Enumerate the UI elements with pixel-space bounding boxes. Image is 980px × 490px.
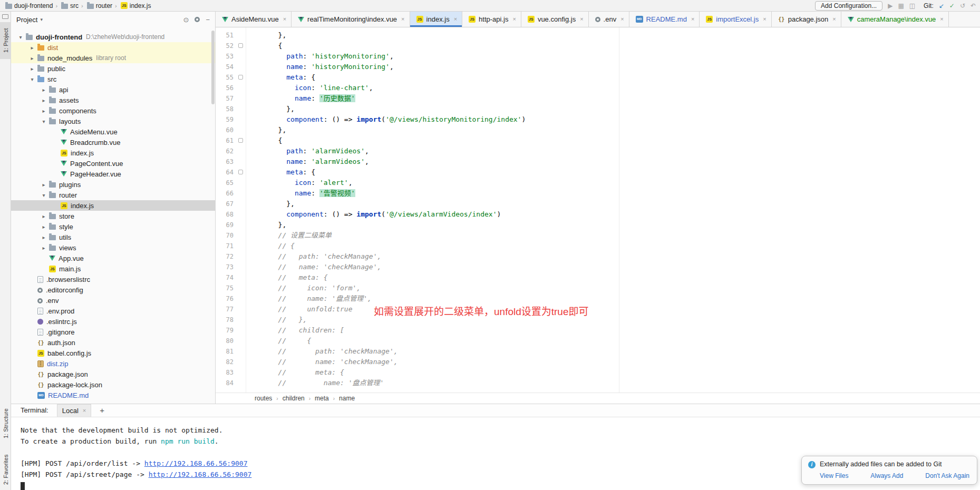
- code-text[interactable]: name: 'alarmVideos',: [245, 156, 369, 167]
- expander-icon[interactable]: ▸: [40, 224, 48, 230]
- close-icon[interactable]: ×: [940, 16, 943, 22]
- close-icon[interactable]: ×: [283, 16, 286, 22]
- line-number[interactable]: 54: [216, 63, 237, 71]
- expander-icon[interactable]: ▸: [40, 234, 48, 240]
- code-text[interactable]: // meta: {: [245, 367, 344, 378]
- terminal-link[interactable]: http://192.168.66.56:9007: [144, 459, 248, 467]
- history-icon[interactable]: ↺: [960, 3, 965, 9]
- code-text[interactable]: icon: 'line-chart',: [245, 83, 373, 93]
- line-number[interactable]: 57: [216, 95, 237, 102]
- breadcrumb-item[interactable]: routes: [255, 395, 272, 402]
- editor-tab[interactable]: importExcel.js×: [700, 12, 771, 27]
- line-number[interactable]: 63: [216, 158, 237, 165]
- tree-item[interactable]: Breadcrumb.vue: [11, 137, 215, 148]
- editor-tab[interactable]: index.js×: [410, 12, 463, 27]
- line-number[interactable]: 51: [216, 32, 237, 39]
- search-everywhere-icon[interactable]: ◫: [909, 3, 915, 9]
- expander-icon[interactable]: ▾: [40, 192, 48, 198]
- expander-icon[interactable]: ▾: [16, 34, 25, 40]
- expander-icon[interactable]: ▸: [28, 45, 36, 51]
- code-text[interactable]: icon: 'alert',: [245, 178, 353, 188]
- breadcrumb-item[interactable]: src: [60, 2, 79, 9]
- tree-item[interactable]: ▾duoji-frontendD:\zheheWeb\duoji-fronten…: [11, 32, 215, 42]
- tree-item[interactable]: ▾router: [11, 190, 215, 200]
- structure-tool-button[interactable]: 1: Structure: [0, 403, 11, 445]
- expander-icon[interactable]: ▾: [28, 76, 36, 82]
- line-number[interactable]: 69: [216, 221, 237, 229]
- tree-item[interactable]: .env: [11, 295, 215, 306]
- close-icon[interactable]: ×: [832, 16, 836, 22]
- project-scrollbar[interactable]: [211, 31, 215, 104]
- fold-marker[interactable]: [238, 75, 243, 80]
- git-commit-icon[interactable]: ✓: [949, 3, 955, 9]
- code-text[interactable]: },: [245, 199, 295, 209]
- code-text[interactable]: // unfold:true: [245, 304, 353, 315]
- tree-item[interactable]: .eslintrc.js: [11, 316, 215, 327]
- line-number[interactable]: 75: [216, 285, 237, 292]
- code-text[interactable]: // name: '盘点管理',: [245, 293, 372, 304]
- expander-icon[interactable]: ▸: [40, 182, 48, 188]
- tree-item[interactable]: dist.zip: [11, 358, 215, 369]
- new-terminal-button[interactable]: +: [100, 406, 104, 417]
- close-icon[interactable]: ×: [401, 16, 404, 22]
- tree-item[interactable]: PageContent.vue: [11, 158, 215, 169]
- code-text[interactable]: path: 'historyMonitoring',: [245, 51, 394, 62]
- tree-item[interactable]: ▸public: [11, 63, 215, 74]
- close-icon[interactable]: ×: [763, 16, 766, 22]
- tree-item[interactable]: .editorconfig: [11, 285, 215, 295]
- close-icon[interactable]: ×: [620, 16, 624, 22]
- tree-item[interactable]: ▸node_moduleslibrary root: [11, 53, 215, 63]
- code-text[interactable]: path: 'alarmVideos',: [245, 146, 369, 156]
- favorites-tool-button[interactable]: 2: Favorites: [0, 448, 11, 490]
- editor-tab[interactable]: cameraManage\index.vue×: [841, 12, 949, 27]
- terminal-tab-local[interactable]: Local ×: [57, 404, 92, 417]
- add-configuration-button[interactable]: Add Configuration...: [815, 1, 882, 11]
- close-icon[interactable]: ×: [580, 16, 583, 22]
- code-text[interactable]: // path: 'checkManage',: [245, 346, 398, 357]
- line-number[interactable]: 74: [216, 274, 237, 281]
- code-text[interactable]: name: 'historyMonitoring',: [245, 62, 394, 72]
- tree-item[interactable]: README.md: [11, 390, 215, 400]
- line-number[interactable]: 66: [216, 190, 237, 197]
- tree-item[interactable]: ▸plugins: [11, 179, 215, 190]
- close-icon[interactable]: ×: [512, 16, 516, 22]
- code-text[interactable]: // icon: 'form',: [245, 283, 361, 293]
- code-text[interactable]: },: [245, 30, 286, 41]
- code-text[interactable]: // 设置二级菜单: [245, 230, 332, 241]
- code-text[interactable]: },: [245, 125, 286, 135]
- tree-item[interactable]: ▸utils: [11, 232, 215, 242]
- code-text[interactable]: // meta: {: [245, 272, 328, 283]
- line-number[interactable]: 77: [216, 306, 237, 313]
- tree-item[interactable]: AsideMenu.vue: [11, 126, 215, 137]
- code-text[interactable]: name: '告警视频': [245, 188, 355, 199]
- expander-icon[interactable]: ▸: [40, 213, 48, 219]
- close-icon[interactable]: ×: [691, 16, 694, 22]
- code-text[interactable]: // {: [245, 241, 295, 251]
- breadcrumb-item[interactable]: router: [86, 2, 112, 9]
- line-number[interactable]: 59: [216, 116, 237, 123]
- tree-item[interactable]: ▾layouts: [11, 116, 215, 126]
- tree-item[interactable]: ▾src: [11, 74, 215, 84]
- fold-marker[interactable]: [238, 43, 243, 48]
- line-number[interactable]: 70: [216, 232, 237, 239]
- tree-item[interactable]: package-lock.json: [11, 379, 215, 390]
- tree-item[interactable]: ▸views: [11, 242, 215, 253]
- line-number[interactable]: 65: [216, 179, 237, 187]
- editor-tab[interactable]: realTimeMonitoring\index.vue×: [292, 12, 410, 27]
- close-icon[interactable]: ×: [83, 408, 86, 414]
- editor-tab[interactable]: package.json×: [772, 12, 841, 27]
- notification-action[interactable]: Don't Ask Again: [925, 472, 969, 479]
- tree-item[interactable]: ▸style: [11, 221, 215, 232]
- code-text[interactable]: name: '历史数据': [245, 93, 355, 104]
- tree-item[interactable]: index.js: [11, 148, 215, 158]
- notification-action[interactable]: View Files: [820, 472, 848, 479]
- line-number[interactable]: 81: [216, 348, 237, 355]
- tree-item[interactable]: App.vue: [11, 253, 215, 263]
- expander-icon[interactable]: ▸: [40, 97, 48, 103]
- line-number[interactable]: 56: [216, 84, 237, 92]
- code-text[interactable]: // name: 'checkManage',: [245, 357, 398, 367]
- close-icon[interactable]: ×: [454, 16, 457, 22]
- code-text[interactable]: // name: '盘点管理': [245, 378, 384, 388]
- line-number[interactable]: 62: [216, 148, 237, 155]
- tree-item[interactable]: .gitignore: [11, 327, 215, 337]
